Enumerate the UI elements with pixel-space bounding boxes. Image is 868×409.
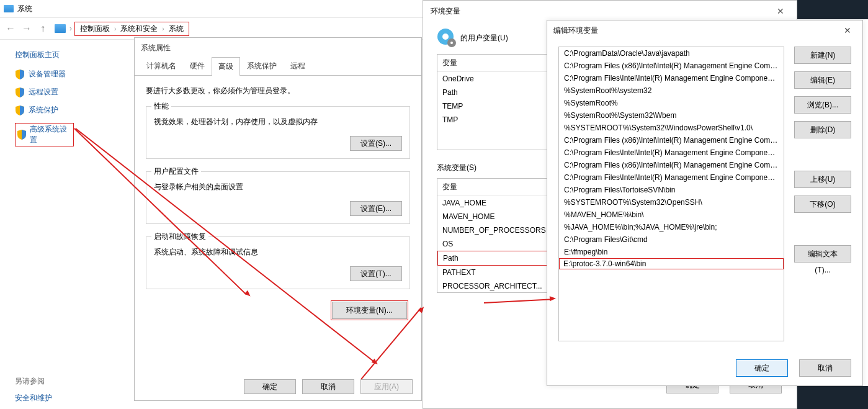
monitor-icon	[4, 5, 14, 12]
user-vars-label: 的用户变量(U)	[460, 33, 508, 43]
tab-hardware[interactable]: 硬件	[183, 56, 212, 75]
edit-button[interactable]: 编辑(E)	[794, 71, 851, 89]
sidebar: 控制面板主页 设备管理器 远程设置 系统保护 高级系统设置 另请参阅 安全和维护	[0, 40, 133, 409]
svg-point-3	[450, 42, 453, 44]
sidebar-item-advanced[interactable]: 高级系统设置	[15, 123, 74, 146]
list-item[interactable]: %JAVA_HOME%\bin;%JAVA_HOME%\jre\bin;	[559, 221, 784, 233]
list-item[interactable]: %SystemRoot%\System32\Wbem	[559, 109, 784, 122]
cancel-button[interactable]: 取消	[799, 359, 851, 377]
list-item-selected[interactable]: E:\protoc-3.7.0-win64\bin	[559, 258, 784, 269]
list-item[interactable]: C:\ProgramData\Oracle\Java\javapath	[559, 47, 784, 60]
sidebar-heading[interactable]: 控制面板主页	[15, 50, 133, 60]
cancel-button[interactable]: 取消	[302, 379, 354, 394]
group-desc: 与登录帐户相关的桌面设置	[154, 182, 402, 192]
sidebar-item-protection[interactable]: 系统保护	[15, 105, 133, 115]
chevron-right-icon: ›	[69, 24, 72, 33]
arrow-head-icon	[550, 296, 556, 302]
close-icon[interactable]: ✕	[835, 22, 860, 39]
breadcrumb-item[interactable]: 控制面板	[80, 24, 110, 34]
button-column: 新建(N) 编辑(E) 浏览(B)... 删除(D) 上移(U) 下移(O) 编…	[794, 47, 851, 341]
list-item[interactable]: C:\Program Files\Intel\Intel(R) Manageme…	[559, 72, 784, 84]
edit-text-button[interactable]: 编辑文本(T)...	[794, 245, 851, 263]
profile-settings-button[interactable]: 设置(E)...	[350, 201, 402, 216]
new-button[interactable]: 新建(N)	[794, 47, 851, 64]
sidebar-item-security[interactable]: 安全和维护	[15, 393, 133, 403]
desktop-strip-bottom-right	[797, 386, 868, 409]
list-item[interactable]: E:\ffmpeg\bin	[559, 246, 784, 258]
apply-button[interactable]: 应用(A)	[360, 379, 413, 394]
list-item[interactable]: %MAVEN_HOME%\bin\	[559, 209, 784, 221]
sidebar-item-devices[interactable]: 设备管理器	[15, 69, 133, 79]
system-titlebar: 系统	[0, 0, 423, 17]
tab-computer-name[interactable]: 计算机名	[140, 56, 183, 75]
ok-button[interactable]: 确定	[736, 359, 788, 377]
list-item[interactable]: %SystemRoot%\system32	[559, 84, 784, 97]
performance-group: 性能 视觉效果，处理器计划，内存使用，以及虚拟内存 设置(S)...	[146, 106, 410, 159]
forward-button[interactable]: →	[19, 20, 35, 37]
startup-group: 启动和故障恢复 系统启动、系统故障和调试信息 设置(T)...	[146, 236, 410, 289]
breadcrumb[interactable]: 控制面板 › 系统和安全 › 系统	[74, 22, 189, 36]
list-item[interactable]: %SystemRoot%	[559, 97, 784, 109]
list-item[interactable]: C:\Program Files (x86)\Intel\Intel(R) Ma…	[559, 60, 784, 72]
sidebar-item-remote[interactable]: 远程设置	[15, 87, 133, 97]
list-item[interactable]: %SYSTEMROOT%\System32\WindowsPowerShell\…	[559, 122, 784, 134]
close-icon[interactable]: ✕	[768, 2, 793, 20]
admin-note: 要进行大多数更改，你必须作为管理员登录。	[146, 86, 410, 96]
list-item[interactable]: C:\Program Files\Git\cmd	[559, 233, 784, 246]
see-also-label: 另请参阅	[15, 376, 133, 387]
move-up-button[interactable]: 上移(U)	[794, 171, 851, 188]
tab-bar: 计算机名 硬件 高级 系统保护 远程	[135, 56, 421, 76]
env-variables-button[interactable]: 环境变量(N)...	[332, 302, 407, 319]
user-gear-icon	[437, 28, 457, 48]
desktop-strip-top	[797, 0, 868, 19]
dialog-title: 环境变量	[431, 6, 460, 17]
svg-point-1	[442, 34, 449, 40]
path-entries-list[interactable]: C:\ProgramData\Oracle\Java\javapath C:\P…	[558, 47, 784, 341]
navigation-bar: ← → ↑ › 控制面板 › 系统和安全 › 系统	[0, 17, 423, 40]
shield-icon	[15, 70, 25, 79]
breadcrumb-item[interactable]: 系统	[169, 24, 184, 34]
sidebar-item-label: 远程设置	[29, 87, 58, 97]
dialog-title: 编辑环境变量	[553, 25, 598, 36]
shield-icon	[15, 88, 25, 97]
delete-button[interactable]: 删除(D)	[794, 121, 851, 138]
chevron-right-icon: ›	[162, 25, 164, 32]
list-item[interactable]: C:\Program Files\Intel\Intel(R) Manageme…	[559, 146, 784, 159]
group-label: 启动和故障恢复	[151, 231, 208, 242]
startup-settings-button[interactable]: 设置(T)...	[350, 266, 402, 281]
edit-env-variable-dialog: 编辑环境变量 ✕ C:\ProgramData\Oracle\Java\java…	[547, 20, 863, 386]
chevron-right-icon: ›	[114, 25, 116, 32]
move-down-button[interactable]: 下移(O)	[794, 196, 851, 213]
sidebar-item-label: 设备管理器	[29, 69, 66, 79]
system-properties-dialog: 系统属性 计算机名 硬件 高级 系统保护 远程 要进行大多数更改，你必须作为管理…	[134, 37, 422, 401]
list-item[interactable]: C:\Program Files\TortoiseSVN\bin	[559, 184, 784, 196]
ok-button[interactable]: 确定	[244, 379, 296, 394]
dialog-title: 系统属性	[135, 38, 421, 56]
group-desc: 视觉效果，处理器计划，内存使用，以及虚拟内存	[154, 117, 402, 127]
shield-icon	[17, 130, 26, 140]
perf-settings-button[interactable]: 设置(S)...	[350, 136, 402, 151]
breadcrumb-item[interactable]: 系统和安全	[120, 24, 158, 34]
tab-advanced[interactable]: 高级	[212, 57, 240, 76]
up-button[interactable]: ↑	[35, 20, 51, 37]
group-desc: 系统启动、系统故障和调试信息	[154, 247, 402, 258]
list-item[interactable]: %SYSTEMROOT%\System32\OpenSSH\	[559, 196, 784, 209]
tab-protection[interactable]: 系统保护	[240, 56, 284, 75]
address-monitor-icon	[55, 24, 66, 33]
profile-group: 用户配置文件 与登录帐户相关的桌面设置 设置(E)...	[146, 171, 410, 224]
sidebar-item-label: 系统保护	[29, 105, 58, 115]
list-item[interactable]: C:\Program Files (x86)\Intel\Intel(R) Ma…	[559, 134, 784, 146]
list-item[interactable]: C:\Program Files\Intel\Intel(R) Manageme…	[559, 171, 784, 184]
list-item[interactable]: C:\Program Files (x86)\Intel\Intel(R) Ma…	[559, 159, 784, 171]
shield-icon	[15, 106, 25, 115]
group-label: 用户配置文件	[151, 166, 201, 177]
tab-remote[interactable]: 远程	[284, 56, 312, 75]
window-title: 系统	[17, 4, 32, 14]
back-button[interactable]: ←	[2, 20, 19, 37]
group-label: 性能	[151, 101, 171, 112]
sidebar-item-label: 高级系统设置	[30, 124, 72, 145]
browse-button[interactable]: 浏览(B)...	[794, 96, 851, 114]
